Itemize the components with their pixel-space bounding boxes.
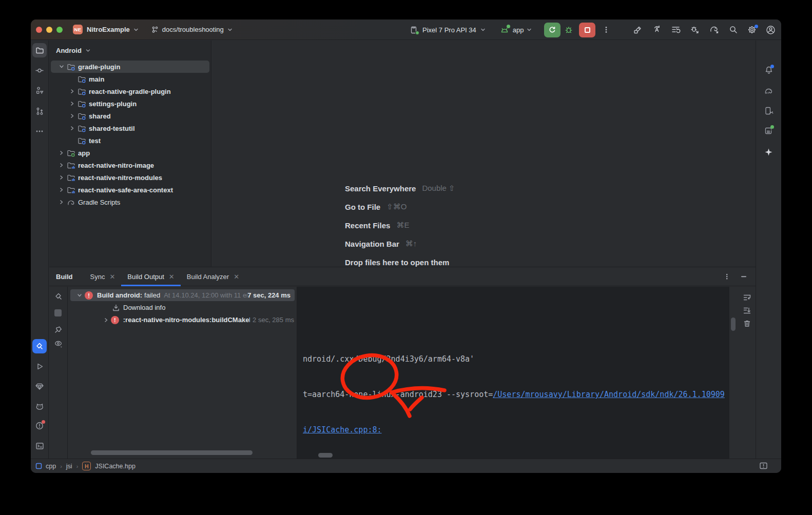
attach-debugger-icon[interactable] (689, 25, 701, 35)
chevron-down-icon[interactable] (526, 26, 533, 33)
horizontal-scrollbar[interactable] (91, 450, 253, 455)
chevron-collapsed-icon[interactable] (67, 125, 78, 132)
close-window-button[interactable] (36, 27, 42, 33)
pull-requests-tool-button[interactable] (32, 104, 47, 118)
chevron-down-icon[interactable] (226, 26, 234, 33)
run-configurations-icon[interactable] (670, 25, 681, 35)
chevron-expanded-icon[interactable] (56, 63, 67, 70)
chevron-collapsed-icon[interactable] (56, 186, 67, 193)
tab-build-analyzer[interactable]: Build Analyzer ✕ (181, 267, 245, 286)
tab-sync[interactable]: Sync ✕ (84, 267, 122, 286)
run-tool-button[interactable] (32, 359, 47, 373)
settings-icon[interactable] (747, 25, 757, 35)
file-link[interactable]: /Users/mrousavy/Library/Android/sdk/ndk/… (493, 390, 725, 399)
project-name[interactable]: NitroExample (87, 26, 130, 33)
device-explorer-tool-button[interactable] (762, 124, 776, 138)
chevron-collapsed-icon[interactable] (102, 316, 111, 324)
tree-item-shared[interactable]: shared (49, 110, 211, 122)
minimize-window-button[interactable] (46, 27, 52, 33)
scroll-to-end-icon[interactable] (743, 306, 751, 315)
project-view-selector[interactable]: Android (56, 47, 82, 54)
build-result-row[interactable]: ! :react-native-nitro-modules:buildCMake… (102, 314, 294, 326)
tree-item-react-native-nitro-image[interactable]: react-native-nitro-image (49, 159, 211, 171)
chevron-collapsed-icon[interactable] (56, 199, 67, 206)
build-row-status: failed (144, 291, 160, 299)
tree-item-settings-plugin[interactable]: settings-plugin (49, 97, 211, 110)
tree-item-label: react-native-nitro-image (78, 162, 154, 169)
tree-item-react-native-safe-area-context[interactable]: react-native-safe-area-context (49, 184, 211, 196)
breadcrumb-item[interactable]: jsi (66, 463, 72, 470)
more-horizontal-icon (35, 127, 44, 135)
commit-icon (35, 66, 44, 75)
structure-tool-button[interactable] (32, 83, 47, 97)
tree-item-shared-testutil[interactable]: shared-testutil (49, 122, 211, 134)
chevron-down-icon[interactable] (132, 26, 140, 33)
gradle-tool-button[interactable] (762, 84, 776, 98)
tab-build-output[interactable]: Build Output ✕ (121, 267, 180, 286)
branch-name[interactable]: docs/troubleshooting (162, 26, 224, 33)
chevron-collapsed-icon[interactable] (56, 162, 67, 169)
soft-wrap-icon[interactable] (743, 293, 751, 302)
play-icon (35, 362, 44, 371)
build-icon[interactable] (632, 25, 643, 35)
chevron-down-icon[interactable] (479, 26, 487, 33)
vertical-scrollbar[interactable] (731, 318, 736, 331)
gemini-tool-button[interactable] (762, 145, 776, 159)
project-tool-button[interactable] (32, 43, 47, 57)
terminal-tool-button[interactable] (32, 439, 47, 453)
clear-all-icon[interactable] (743, 319, 751, 328)
stop-button[interactable] (579, 23, 595, 37)
pin-icon[interactable] (54, 325, 63, 334)
filter-icon[interactable] (54, 340, 63, 348)
build-tool-button[interactable] (32, 339, 47, 353)
debug-button[interactable] (560, 23, 577, 37)
chevron-collapsed-icon[interactable] (56, 149, 67, 156)
chevron-collapsed-icon[interactable] (56, 174, 67, 181)
tree-item-main[interactable]: main (49, 73, 211, 85)
hide-tool-window-icon[interactable] (740, 273, 747, 280)
chevron-down-icon[interactable] (85, 47, 91, 54)
breadcrumb-item[interactable]: JSICache.hpp (95, 463, 136, 470)
tree-item-react-native-nitro-modules[interactable]: react-native-nitro-modules (49, 171, 211, 184)
more-vertical-icon[interactable] (724, 272, 730, 281)
gradle-sync-icon[interactable] (709, 25, 720, 35)
more-vertical-icon[interactable] (603, 26, 610, 34)
device-selector[interactable]: Pixel 7 Pro API 34 (422, 26, 476, 34)
file-link[interactable]: i/JSICache.cpp:8: (303, 425, 382, 434)
chevron-collapsed-icon[interactable] (67, 100, 78, 107)
tree-item-gradle-scripts[interactable]: Gradle Scripts (49, 196, 211, 208)
more-tool-windows-button[interactable] (32, 124, 47, 138)
zoom-window-button[interactable] (56, 27, 63, 33)
running-devices-tool-button[interactable] (762, 104, 776, 118)
sparkle-icon (764, 148, 773, 156)
tree-item-app[interactable]: app (49, 147, 211, 159)
close-tab-icon[interactable]: ✕ (169, 273, 175, 281)
restart-build-icon[interactable] (54, 292, 63, 301)
notifications-tool-button[interactable] (762, 63, 776, 77)
commit-tool-button[interactable] (32, 63, 47, 77)
chevron-collapsed-icon[interactable] (67, 88, 78, 95)
breadcrumb-item[interactable]: cpp (46, 463, 56, 470)
build-result-row[interactable]: Download info (112, 302, 165, 313)
chevron-expanded-icon[interactable] (74, 292, 85, 299)
chevron-collapsed-icon[interactable] (67, 112, 78, 120)
logcat-tool-button[interactable] (32, 399, 47, 413)
run-config[interactable]: app (513, 26, 524, 34)
build-result-row[interactable]: ! Build android: failed At 14.10.24, 12:… (70, 289, 295, 301)
problems-tool-button[interactable] (32, 419, 47, 433)
module-folder-icon (67, 63, 75, 71)
build-console[interactable]: ndroid/.cxx/Debug/2nd4i3y6/arm64-v8a' t=… (297, 287, 729, 459)
device-manager-icon[interactable] (651, 25, 662, 35)
pull-requests-icon (35, 107, 44, 115)
rerun-button[interactable] (544, 23, 560, 37)
tree-item-react-native-gradle-plugin[interactable]: react-native-gradle-plugin (49, 85, 211, 97)
tree-item-test[interactable]: test (49, 134, 211, 147)
search-icon[interactable] (728, 25, 739, 35)
profile-icon[interactable] (765, 25, 776, 35)
close-tab-icon[interactable]: ✕ (109, 273, 115, 281)
close-tab-icon[interactable]: ✕ (234, 273, 239, 281)
event-log-icon[interactable] (759, 462, 768, 470)
app-quality-insights-tool-button[interactable] (32, 379, 47, 393)
tree-item-gradle-plugin[interactable]: gradle-plugin (49, 61, 211, 73)
horizontal-scrollbar[interactable] (318, 453, 333, 458)
